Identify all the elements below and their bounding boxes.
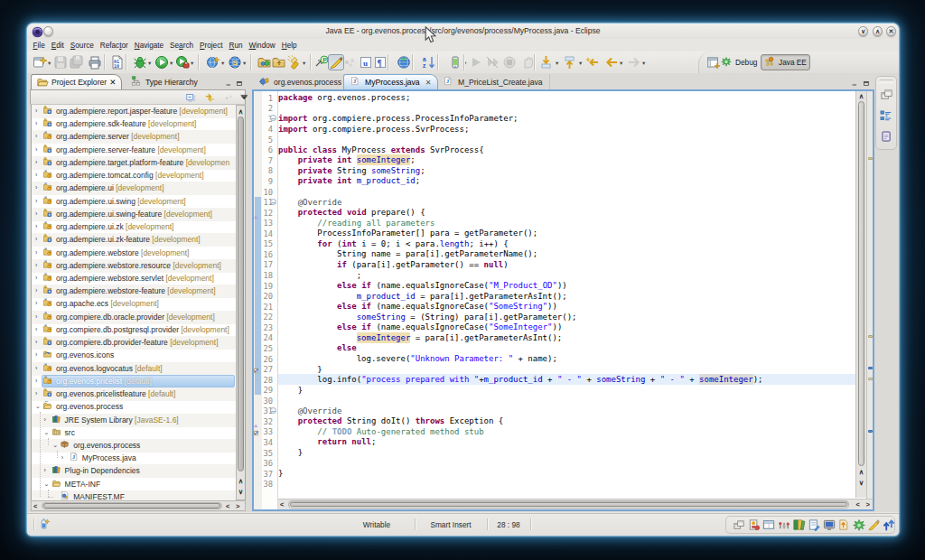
- chevron-right-icon[interactable]: ›: [35, 339, 37, 345]
- tree-item-org.adempiere.ui.swing-feature[interactable]: ›org.adempiere.ui.swing-feature [develop…: [32, 208, 236, 221]
- explorer-minimize-icon[interactable]: [225, 77, 235, 85]
- chevron-right-icon[interactable]: ›: [35, 275, 37, 281]
- chevron-right-icon[interactable]: ›: [35, 236, 37, 242]
- tree-item-org.adempiere.webstore[interactable]: ›org.adempiere.webstore [development]: [32, 247, 236, 260]
- tree-item-org.evenos.logvocatus[interactable]: ›org.evenos.logvocatus [default]: [32, 362, 236, 376]
- explorer-hscrollbar[interactable]: < < >: [31, 500, 246, 511]
- maximize-button[interactable]: ∧: [873, 26, 883, 36]
- chevron-right-icon[interactable]: ›: [44, 467, 46, 473]
- tree-item-org.apache.ecs[interactable]: ›org.apache.ecs [development]: [32, 297, 236, 311]
- tree-item-org.adempiere.webstore.servlet[interactable]: ›org.adempiere.webstore.servlet [develop…: [32, 272, 236, 285]
- next-annotation-dropdown-icon[interactable]: ▾: [556, 61, 560, 65]
- tray-sync-icon[interactable]: [883, 518, 896, 532]
- chevron-down-icon[interactable]: ⌄: [35, 403, 41, 410]
- chevron-right-icon[interactable]: ›: [35, 351, 37, 358]
- print-icon[interactable]: [88, 55, 102, 70]
- menu-source[interactable]: Source: [67, 41, 97, 51]
- perspective-javaee[interactable]: Java EE: [761, 54, 810, 70]
- chevron-right-icon[interactable]: ›: [35, 262, 37, 268]
- menu-edit[interactable]: Edit: [48, 41, 67, 51]
- debug-dropdown-icon[interactable]: ▾: [148, 61, 153, 65]
- chevron-down-icon[interactable]: ⌄: [44, 481, 50, 488]
- open-resource-icon[interactable]: [272, 55, 286, 70]
- fold-collapse-icon[interactable]: –: [270, 199, 276, 205]
- chevron-right-icon[interactable]: ›: [35, 365, 37, 371]
- editor-scroll-right-icon[interactable]: >: [866, 501, 870, 508]
- minimize-button[interactable]: ∨: [858, 26, 868, 36]
- tree-item-org.evenos.process[interactable]: ⌄org.evenos.process: [32, 400, 236, 414]
- chevron-right-icon[interactable]: ›: [35, 249, 37, 256]
- tasklist-view-icon[interactable]: [880, 130, 893, 144]
- menu-window[interactable]: Window: [246, 41, 278, 51]
- resume-icon[interactable]: [469, 55, 483, 70]
- tree-item-jre-system-library[interactable]: ›JRE System Library [JavaSE-1.6]: [32, 414, 236, 427]
- link-editor-icon[interactable]: [205, 92, 217, 104]
- menu-help[interactable]: Help: [278, 41, 300, 51]
- tree-item-org.adempiere.ui.zk-feature[interactable]: ›org.adempiere.ui.zk-feature [developmen…: [32, 233, 236, 247]
- overview-mark-occ-write[interactable]: [868, 335, 873, 338]
- dots-icon[interactable]: [342, 55, 357, 70]
- editor-scroll-up-icon[interactable]: ∧: [856, 93, 866, 99]
- tree-item-org.adempiere.webstore.resource[interactable]: ›org.adempiere.webstore.resource [develo…: [32, 259, 236, 273]
- chevron-right-icon[interactable]: ›: [35, 210, 37, 217]
- device-icon[interactable]: [448, 55, 462, 70]
- chevron-right-icon[interactable]: ›: [35, 223, 37, 229]
- overview-mark-task[interactable]: [868, 367, 873, 369]
- tree-item-plug-in-dependencies[interactable]: ›Plug-in Dependencies: [32, 464, 236, 478]
- editor-scroll-down-icon[interactable]: ∨: [856, 480, 866, 486]
- tree-item-org.adempiere.server-feature[interactable]: ›org.adempiere.server-feature [developme…: [32, 144, 236, 157]
- editor-minimize-icon[interactable]: [851, 77, 861, 85]
- close-tab-icon[interactable]: ✕: [109, 78, 116, 87]
- tree-item-org.adempiere.tomcat.config[interactable]: ›org.adempiere.tomcat.config [developmen…: [32, 169, 236, 182]
- tree-item-meta-inf[interactable]: ⌄META-INF: [32, 478, 236, 491]
- forward-dropdown-icon[interactable]: ▾: [642, 61, 647, 65]
- forward-icon[interactable]: [627, 55, 641, 70]
- prev-annotation-icon[interactable]: [564, 55, 578, 70]
- editor-maximize-icon[interactable]: [863, 77, 873, 85]
- editor-hscrollbar[interactable]: < < >: [278, 499, 873, 509]
- web-service-icon[interactable]: S: [228, 55, 242, 70]
- menu-refactor[interactable]: Refactor: [97, 41, 131, 51]
- dots2-icon[interactable]: [224, 92, 236, 104]
- fold-collapse-icon[interactable]: –: [270, 115, 276, 121]
- chevron-right-icon[interactable]: ›: [35, 300, 37, 306]
- chevron-right-icon[interactable]: ›: [35, 378, 37, 384]
- editor-tab-m-pricelist-create.java[interactable]: JM_PriceList_Create.java: [437, 74, 550, 89]
- editor-tab-myprocess.java[interactable]: JMyProcess.java✕: [343, 74, 438, 89]
- overview-ruler[interactable]: [866, 91, 873, 509]
- tree-item-org.compiere.db.provider-feature[interactable]: ›org.compiere.db.provider-feature [devel…: [32, 336, 236, 350]
- scroll-left2-icon[interactable]: <: [226, 503, 229, 509]
- skip-icon[interactable]: [485, 55, 500, 70]
- chevron-right-icon[interactable]: ›: [35, 107, 37, 114]
- tray-snippets-icon[interactable]: [808, 518, 821, 532]
- search-flashlight-icon[interactable]: [287, 55, 302, 70]
- chevron-down-icon[interactable]: ⌄: [52, 442, 58, 449]
- chevron-right-icon[interactable]: ›: [35, 287, 37, 294]
- code-text[interactable]: package org.evenos.process;import org.co…: [278, 91, 855, 509]
- tree-item-org.adempiere.sdk-feature[interactable]: ›org.adempiere.sdk-feature [development]: [32, 117, 236, 131]
- chevron-right-icon[interactable]: ›: [44, 416, 46, 423]
- tray-markers-icon[interactable]: [748, 518, 761, 532]
- tree-item-org.compiere.db.postgresql.provider[interactable]: ›org.compiere.db.postgresql.provider [de…: [32, 323, 236, 337]
- suspend-icon[interactable]: [520, 55, 535, 70]
- menu-file[interactable]: File: [30, 41, 48, 51]
- back-dropdown-icon[interactable]: ▾: [620, 61, 624, 65]
- task-icon[interactable]: [254, 364, 262, 380]
- tray-datasource-icon[interactable]: [792, 518, 806, 532]
- overview-mark-occ-read[interactable]: [868, 378, 873, 380]
- tree-item-org.evenos.icons[interactable]: ›org.evenos.icons: [32, 349, 236, 362]
- tray-debug-icon[interactable]: [853, 518, 866, 532]
- run-icon[interactable]: [154, 55, 169, 70]
- sash[interactable]: [246, 73, 252, 511]
- whats-new-icon[interactable]: [38, 518, 51, 531]
- task-icon[interactable]: [254, 426, 262, 443]
- open-type-icon[interactable]: [257, 55, 272, 70]
- new-web-wizard-icon[interactable]: [206, 55, 220, 70]
- menu-project[interactable]: Project: [197, 41, 227, 51]
- close-button[interactable]: ✕: [886, 26, 896, 36]
- chevron-right-icon[interactable]: ›: [35, 313, 37, 320]
- view-tab-type-hierarchy[interactable]: Type Hierarchy: [126, 74, 203, 89]
- build-icon[interactable]: 0110: [110, 55, 125, 70]
- save-icon[interactable]: [53, 55, 68, 70]
- outline-view-icon[interactable]: [880, 109, 893, 123]
